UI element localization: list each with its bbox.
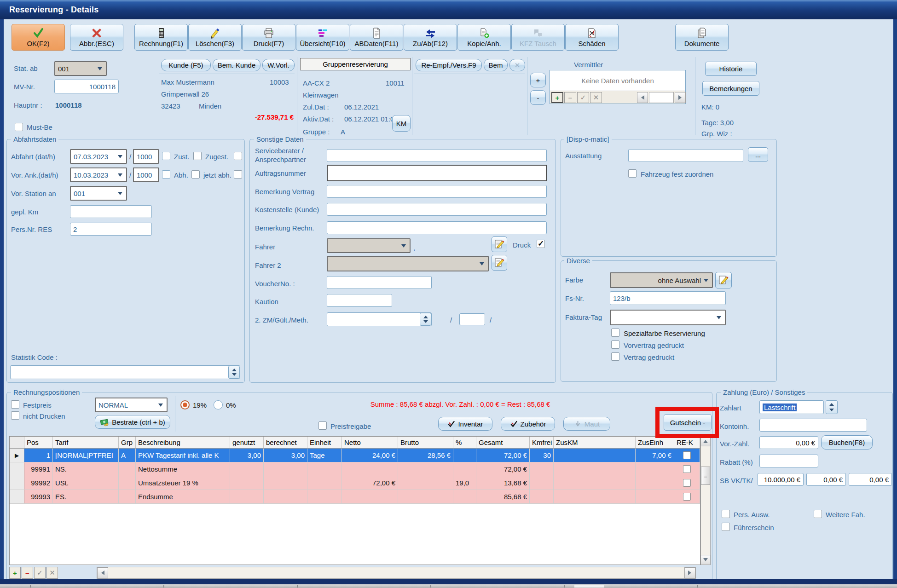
voucher-input[interactable] bbox=[327, 276, 432, 289]
zm-extra-input[interactable] bbox=[459, 313, 485, 325]
vermittler-scroll-right[interactable] bbox=[675, 92, 686, 103]
table-scroll-up[interactable] bbox=[700, 436, 711, 446]
preisfreigabe-checkbox[interactable] bbox=[318, 421, 327, 430]
documents-button[interactable]: Dokumente bbox=[675, 24, 729, 51]
row-confirm-button[interactable]: ✓ bbox=[34, 567, 46, 579]
mv-nr-input[interactable]: 1000118 bbox=[54, 80, 119, 93]
buchen-button[interactable]: Buchen(F8) bbox=[821, 435, 873, 450]
vermittler-nav-remove-button[interactable]: − bbox=[564, 92, 576, 103]
druck-checkbox[interactable] bbox=[537, 240, 545, 248]
reempf-close-button[interactable]: ✕ bbox=[509, 59, 525, 71]
bem-kunde-button[interactable]: Bem. Kunde bbox=[213, 59, 260, 71]
table-header-cell[interactable]: Netto bbox=[342, 437, 398, 448]
persnr-input[interactable]: 2 bbox=[70, 223, 152, 236]
auftragsnummer-input[interactable] bbox=[327, 165, 547, 181]
zugest-checkbox[interactable] bbox=[234, 152, 242, 160]
table-cell[interactable] bbox=[674, 476, 700, 490]
rabatt-input[interactable] bbox=[759, 455, 818, 467]
zm-input[interactable] bbox=[327, 312, 432, 326]
zust-checkbox[interactable] bbox=[193, 152, 202, 160]
table-header-cell[interactable]: Brutto bbox=[398, 437, 453, 448]
inventar-button[interactable]: Inventar bbox=[438, 417, 492, 431]
kontoinh-input[interactable] bbox=[759, 419, 867, 432]
overview-button[interactable]: Übersicht(F10) bbox=[296, 24, 349, 51]
zust-pre-checkbox[interactable] bbox=[162, 152, 170, 160]
bemerkung-rechn-input[interactable] bbox=[327, 221, 547, 234]
table-header-cell[interactable]: Pos bbox=[24, 437, 53, 448]
sb-extra-input[interactable]: 0,00 € bbox=[849, 473, 892, 486]
row-add-button[interactable]: + bbox=[9, 567, 21, 579]
stat-ab-select[interactable]: 001 bbox=[54, 61, 107, 76]
table-scroll-left[interactable] bbox=[97, 567, 108, 578]
festpreis-checkbox[interactable] bbox=[11, 400, 19, 409]
table-cell[interactable] bbox=[674, 462, 700, 476]
bemerkungen-button[interactable]: Bemerkungen bbox=[702, 81, 759, 96]
reempf-bem-button[interactable]: Bem bbox=[484, 59, 508, 71]
table-scroll-thumb[interactable]: ≡ bbox=[701, 467, 710, 485]
abfahrt-time-input[interactable]: 1000 bbox=[133, 149, 159, 164]
must-be-checkbox[interactable] bbox=[15, 123, 23, 131]
table-scroll-right[interactable] bbox=[684, 567, 695, 578]
bestrate-button[interactable]: Bestrate (ctrl + b) bbox=[95, 415, 170, 429]
spezialfarbe-checkbox[interactable] bbox=[611, 329, 619, 337]
table-header-cell[interactable]: Beschreibung bbox=[136, 437, 230, 448]
table-hscrollbar[interactable] bbox=[97, 567, 696, 579]
farbe-edit-button[interactable] bbox=[715, 272, 732, 288]
table-header-cell[interactable]: Grp bbox=[119, 437, 136, 448]
copy-button[interactable]: Kopie/Anh. bbox=[457, 24, 511, 51]
kaution-input[interactable] bbox=[327, 294, 392, 307]
table-vscrollbar[interactable] bbox=[700, 436, 711, 565]
vermittler-scroll-track[interactable] bbox=[649, 92, 674, 103]
sb-tk-input[interactable]: 0,00 € bbox=[806, 473, 846, 486]
zahlart-input[interactable]: Lastschrift bbox=[759, 400, 824, 414]
vorank-time-input[interactable]: 1000 bbox=[133, 167, 159, 182]
table-header-cell[interactable]: RE-K bbox=[674, 437, 700, 448]
fuehrerschein-checkbox[interactable] bbox=[722, 523, 730, 531]
jetzt-abh-checkbox[interactable] bbox=[234, 170, 242, 179]
fsnr-input[interactable]: 123/b bbox=[610, 291, 726, 305]
vermittler-nav-cancel-button[interactable]: ✕ bbox=[590, 92, 602, 103]
km-button[interactable]: KM bbox=[392, 115, 411, 132]
table-row[interactable]: 1[NORMAL]PTFREIAPKW Tagestarif inkl. all… bbox=[10, 449, 700, 462]
table-header-cell[interactable]: % bbox=[453, 437, 476, 448]
table-cell[interactable] bbox=[674, 449, 700, 462]
vermittler-nav-confirm-button[interactable]: ✓ bbox=[577, 92, 589, 103]
re-k-checkbox[interactable] bbox=[683, 465, 691, 473]
table-row[interactable]: 99991NS.Nettosumme72,00 € bbox=[10, 462, 700, 476]
table-scroll-down[interactable] bbox=[700, 555, 711, 565]
table-row[interactable]: 99993ES.Endsumme85,68 € bbox=[10, 490, 700, 504]
row-remove-button[interactable]: − bbox=[22, 567, 33, 579]
zahlart-spinner[interactable] bbox=[826, 400, 838, 414]
wvorl-button[interactable]: W.Vorl. bbox=[262, 59, 295, 71]
fahrer2-edit-button[interactable] bbox=[492, 255, 507, 271]
zuab-button[interactable]: Zu/Ab(F12) bbox=[404, 24, 457, 51]
ausstattung-input[interactable] bbox=[628, 149, 743, 162]
weitere-fah-checkbox[interactable] bbox=[814, 510, 822, 518]
vertrag-checkbox[interactable] bbox=[611, 352, 619, 361]
vat-19-radio[interactable] bbox=[180, 400, 190, 409]
vat-0-radio[interactable] bbox=[214, 400, 223, 409]
print-button[interactable]: Druck(F7) bbox=[242, 24, 295, 51]
abh-pre-checkbox[interactable] bbox=[162, 170, 170, 179]
abfahrt-date-select[interactable]: 07.03.2023 bbox=[70, 149, 127, 164]
gruppenreservierung-button[interactable]: Gruppenreservierung bbox=[300, 58, 411, 70]
vermittler-add-button[interactable]: + bbox=[530, 73, 546, 87]
vorank-date-select[interactable]: 10.03.2023 bbox=[70, 167, 127, 182]
table-header-cell[interactable]: ZusEinh bbox=[636, 437, 674, 448]
cancel-button[interactable]: Abbr.(ESC) bbox=[70, 24, 123, 51]
table-header-cell[interactable]: genutzt bbox=[230, 437, 264, 448]
station-select[interactable]: 001 bbox=[70, 186, 127, 201]
gepl-km-input[interactable] bbox=[70, 205, 152, 218]
ok-button[interactable]: OK(F2) bbox=[12, 24, 65, 51]
abh-checkbox[interactable] bbox=[191, 170, 200, 179]
row-cancel-button[interactable]: ✕ bbox=[46, 567, 58, 579]
vermittler-remove-button[interactable]: - bbox=[530, 90, 546, 105]
fahrzeug-fest-checkbox[interactable] bbox=[628, 169, 637, 178]
vorvertrag-checkbox[interactable] bbox=[611, 340, 619, 349]
bemerkung-vertrag-input[interactable] bbox=[327, 185, 547, 198]
table-row[interactable]: 99992USt.Umsatzsteuer 19 %72,00 €19,013,… bbox=[10, 476, 700, 490]
table-header-cell[interactable]: ZusKM bbox=[554, 437, 636, 448]
zm-spinner[interactable] bbox=[420, 313, 431, 326]
serviceberater-input[interactable] bbox=[327, 149, 547, 162]
sb-vk-input[interactable]: 10.000,00 € bbox=[758, 473, 804, 486]
